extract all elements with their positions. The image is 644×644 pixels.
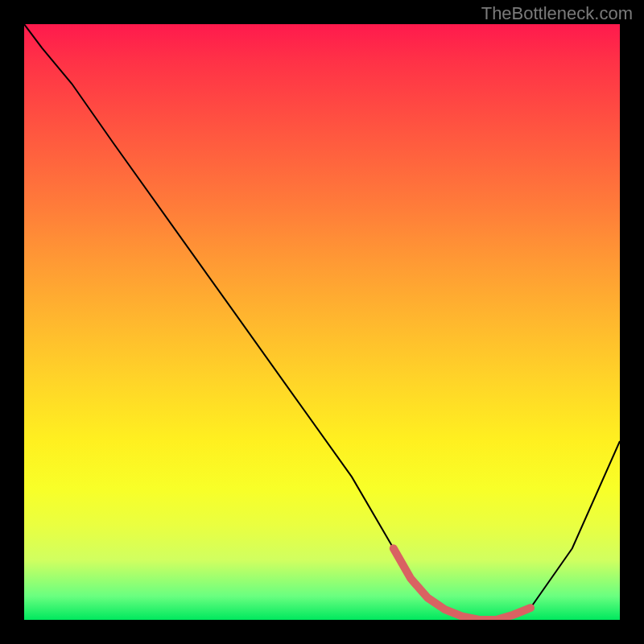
- bottleneck-curve-line: [24, 24, 620, 620]
- chart-area: [24, 24, 620, 620]
- watermark-text: TheBottleneck.com: [481, 3, 633, 24]
- chart-svg: [24, 24, 620, 620]
- trough-highlight-line: [394, 548, 530, 620]
